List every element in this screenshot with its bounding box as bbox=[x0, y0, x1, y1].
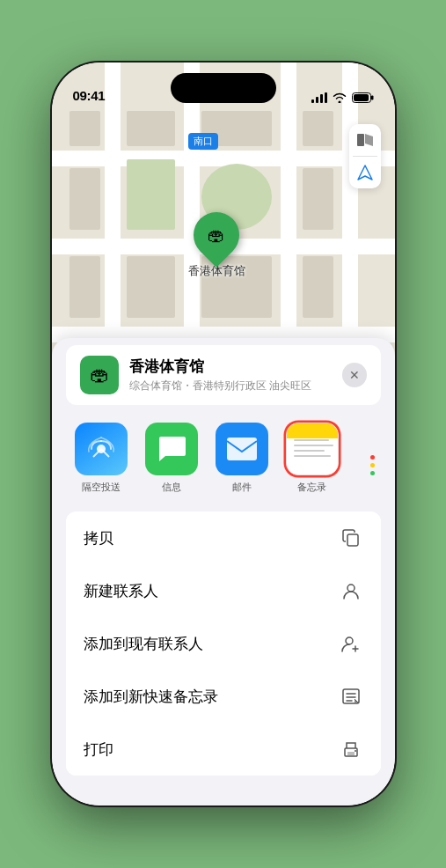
share-item-airdrop[interactable]: 隔空投送 bbox=[66, 423, 136, 494]
menu-item-add-to-notes[interactable]: 添加到新快速备忘录 bbox=[66, 670, 381, 723]
phone-frame: 09:41 bbox=[52, 63, 395, 805]
share-item-notes[interactable]: 备忘录 bbox=[277, 423, 347, 494]
svg-point-19 bbox=[355, 750, 356, 752]
location-arrow-icon bbox=[357, 165, 373, 180]
add-contact-icon bbox=[339, 631, 363, 656]
stadium-icon: 🏟 bbox=[201, 220, 231, 250]
new-contact-icon bbox=[339, 578, 363, 603]
airdrop-icon bbox=[86, 434, 116, 464]
notes-inner bbox=[287, 423, 338, 474]
location-name: 香港体育馆 bbox=[129, 357, 332, 377]
menu-item-add-to-contact[interactable]: 添加到现有联系人 bbox=[66, 617, 381, 670]
map-controls bbox=[349, 124, 381, 188]
more-dots bbox=[360, 425, 386, 504]
svg-rect-8 bbox=[347, 534, 358, 546]
map-icon bbox=[356, 131, 374, 149]
messages-icon-wrap bbox=[145, 423, 198, 475]
svg-rect-1 bbox=[371, 96, 374, 100]
print-icon bbox=[339, 737, 363, 761]
share-row-container: 隔空投送 信息 bbox=[52, 412, 395, 504]
battery-icon bbox=[352, 92, 374, 103]
bottom-sheet: 🏟 香港体育馆 综合体育馆・香港特别行政区 油尖旺区 ✕ bbox=[52, 338, 395, 805]
location-marker: 🏟 香港体育馆 bbox=[188, 212, 245, 279]
close-button[interactable]: ✕ bbox=[342, 363, 367, 387]
quick-note-icon bbox=[339, 684, 363, 709]
dot-yellow bbox=[370, 463, 375, 467]
share-item-mail[interactable]: 邮件 bbox=[207, 423, 277, 494]
location-card-icon: 🏟 bbox=[80, 356, 119, 394]
status-icons bbox=[311, 92, 374, 103]
menu-item-print[interactable]: 打印 bbox=[66, 723, 381, 776]
mail-label: 邮件 bbox=[232, 481, 252, 494]
print-label: 打印 bbox=[84, 739, 113, 760]
airdrop-label: 隔空投送 bbox=[82, 481, 121, 494]
marker-pin: 🏟 bbox=[184, 202, 249, 268]
new-contact-label: 新建联系人 bbox=[84, 581, 158, 601]
svg-rect-2 bbox=[354, 94, 369, 101]
signal-bars-icon bbox=[311, 92, 327, 103]
airdrop-icon-wrap bbox=[75, 423, 128, 475]
svg-rect-3 bbox=[357, 134, 364, 146]
menu-item-new-contact[interactable]: 新建联系人 bbox=[66, 564, 381, 617]
messages-label: 信息 bbox=[162, 481, 181, 494]
add-to-notes-label: 添加到新快速备忘录 bbox=[84, 687, 218, 707]
dot-red bbox=[370, 455, 375, 460]
svg-point-10 bbox=[346, 637, 353, 644]
menu-item-copy[interactable]: 拷贝 bbox=[66, 511, 381, 564]
location-sub: 综合体育馆・香港特别行政区 油尖旺区 bbox=[129, 379, 332, 394]
add-to-contact-label: 添加到现有联系人 bbox=[84, 634, 203, 654]
share-row: 隔空投送 信息 bbox=[52, 412, 395, 504]
notes-icon-wrap bbox=[286, 423, 339, 475]
svg-marker-4 bbox=[365, 134, 373, 146]
svg-rect-18 bbox=[347, 752, 355, 755]
copy-label: 拷贝 bbox=[84, 528, 113, 548]
mail-icon bbox=[226, 437, 258, 461]
svg-rect-7 bbox=[227, 438, 257, 460]
messages-icon bbox=[157, 435, 186, 463]
phone-screen: 09:41 bbox=[52, 63, 395, 805]
copy-icon bbox=[339, 526, 363, 550]
map-label: 南口 bbox=[188, 133, 218, 150]
location-card: 🏟 香港体育馆 综合体育馆・香港特别行政区 油尖旺区 ✕ bbox=[66, 345, 381, 405]
dot-green bbox=[370, 471, 375, 475]
map-view-button[interactable] bbox=[349, 124, 381, 156]
notes-label: 备忘录 bbox=[297, 481, 326, 494]
wifi-icon bbox=[333, 92, 347, 103]
dynamic-island bbox=[171, 73, 276, 103]
menu-section: 拷贝 新建联系人 bbox=[66, 511, 381, 776]
location-button[interactable] bbox=[349, 157, 381, 188]
status-time: 09:41 bbox=[73, 88, 106, 103]
svg-point-9 bbox=[347, 585, 355, 592]
share-item-messages[interactable]: 信息 bbox=[136, 423, 207, 494]
svg-marker-5 bbox=[358, 166, 372, 180]
location-info: 香港体育馆 综合体育馆・香港特别行政区 油尖旺区 bbox=[129, 357, 332, 394]
mail-icon-wrap bbox=[216, 423, 268, 475]
